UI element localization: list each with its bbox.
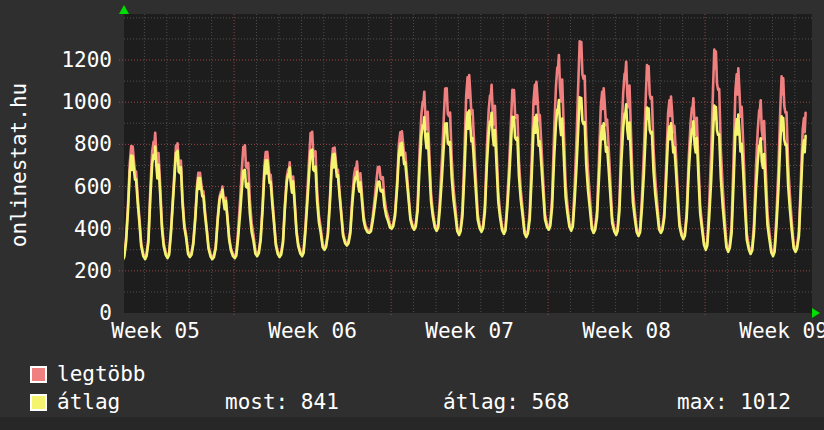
y-tick-label-200: 200: [32, 261, 112, 282]
y-tick-label-0: 0: [32, 303, 112, 324]
legend-label-atlag: átlag: [57, 392, 120, 413]
legend-label-legtobb: legtöbb: [57, 364, 146, 385]
stat-atlag: átlag: 568: [443, 392, 569, 413]
y-tick-label-400: 400: [32, 219, 112, 240]
y-tick-label-800: 800: [32, 134, 112, 155]
green-up-arrow-icon: [119, 5, 129, 14]
legend-swatch-legtobb: [30, 366, 47, 383]
green-right-arrow-icon: [812, 308, 820, 318]
y-tick-label-600: 600: [32, 177, 112, 198]
y-tick-label-1200: 1200: [32, 50, 112, 71]
legend-swatch-atlag: [30, 394, 47, 411]
plot-area: [124, 14, 812, 313]
x-tick-label-week-9: Week 09: [739, 321, 824, 342]
bottom-strip: [0, 417, 824, 430]
x-tick-label-week-6: Week 06: [268, 321, 357, 342]
rrd-graph-window: onlinestat.hu 020040060080010001200 Week…: [0, 0, 824, 430]
stat-most: most: 841: [225, 392, 339, 413]
x-tick-label-week-8: Week 08: [582, 321, 671, 342]
site-vertical-label: onlinestat.hu: [7, 83, 31, 247]
stat-max: max: 1012: [677, 392, 791, 413]
y-tick-label-1000: 1000: [32, 92, 112, 113]
x-tick-label-week-5: Week 05: [111, 321, 200, 342]
x-tick-label-week-7: Week 07: [425, 321, 514, 342]
